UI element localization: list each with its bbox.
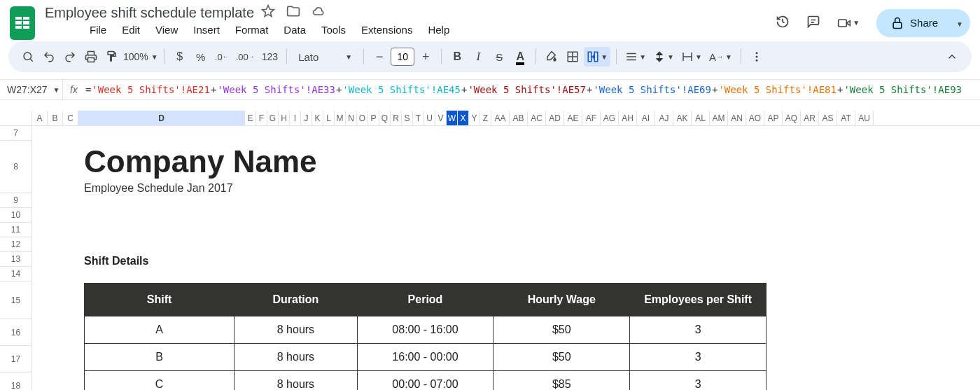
column-header-F[interactable]: F [256, 111, 267, 125]
strikethrough-button[interactable]: S [489, 47, 509, 67]
row-header-9[interactable]: 9 [0, 193, 32, 208]
column-header-AR[interactable]: AR [801, 111, 819, 125]
text-rotation-button[interactable]: A→▼ [706, 47, 735, 67]
row-header-10[interactable]: 10 [0, 208, 32, 223]
vertical-align-button[interactable]: ▼ [650, 47, 677, 67]
sheet-canvas[interactable]: Company Name Employee Schedule Jan 2017 … [32, 126, 980, 390]
column-header-A[interactable]: A [32, 111, 48, 125]
column-header-AQ[interactable]: AQ [783, 111, 801, 125]
row-header-8[interactable]: 8 [0, 141, 32, 193]
table-cell[interactable]: 8 hours [234, 344, 357, 371]
more-toolbar-button[interactable] [747, 47, 766, 67]
column-header-Z[interactable]: Z [480, 111, 491, 125]
column-header-AS[interactable]: AS [819, 111, 837, 125]
column-header-R[interactable]: R [391, 111, 402, 125]
table-cell[interactable]: 8 hours [234, 316, 357, 344]
table-cell[interactable]: 3 [630, 316, 766, 344]
column-header-X[interactable]: X [458, 111, 469, 125]
italic-button[interactable]: I [468, 47, 488, 67]
menu-edit[interactable]: Edit [122, 24, 140, 36]
star-icon[interactable] [261, 4, 275, 21]
row-header-17[interactable]: 17 [0, 346, 32, 372]
increase-font-button[interactable]: + [416, 47, 435, 67]
menu-file[interactable]: File [90, 24, 106, 36]
column-header-AP[interactable]: AP [764, 111, 783, 125]
table-cell[interactable]: 16:00 - 00:00 [357, 344, 493, 371]
menu-insert[interactable]: Insert [193, 24, 220, 36]
column-header-AB[interactable]: AB [510, 111, 528, 125]
select-all-corner[interactable] [0, 111, 32, 126]
collapse-toolbar-button[interactable] [942, 47, 962, 67]
paint-format-button[interactable] [102, 47, 122, 67]
table-cell[interactable]: A [85, 316, 234, 344]
decrease-font-button[interactable]: − [370, 47, 389, 67]
column-header-Y[interactable]: Y [469, 111, 480, 125]
move-icon[interactable] [286, 4, 300, 21]
column-header-AF[interactable]: AF [582, 111, 601, 125]
column-header-AG[interactable]: AG [601, 111, 619, 125]
format-currency-button[interactable]: $ [170, 47, 190, 67]
column-header-AK[interactable]: AK [673, 111, 692, 125]
column-header-AU[interactable]: AU [855, 111, 874, 125]
formula-bar[interactable]: ='Week 5 Shifts'!AE21+'Week 5 Shifts'!AE… [85, 84, 962, 95]
column-header-AD[interactable]: AD [546, 111, 564, 125]
column-header-D[interactable]: D [78, 111, 245, 125]
column-header-M[interactable]: M [335, 111, 346, 125]
table-cell[interactable]: B [85, 344, 234, 371]
column-header-J[interactable]: J [301, 111, 312, 125]
table-cell[interactable]: 3 [630, 371, 766, 391]
column-header-K[interactable]: K [312, 111, 323, 125]
document-title[interactable]: Employee shift schedule template [45, 5, 254, 21]
decrease-decimal-button[interactable]: .0← [212, 47, 232, 67]
text-color-button[interactable]: A [510, 47, 530, 67]
history-icon[interactable] [776, 15, 790, 32]
menu-tools[interactable]: Tools [321, 24, 346, 36]
menu-data[interactable]: Data [284, 24, 306, 36]
text-wrap-button[interactable]: ▼ [678, 47, 705, 67]
cloud-status-icon[interactable] [312, 4, 326, 21]
fill-color-button[interactable] [542, 47, 561, 67]
column-header-AC[interactable]: AC [528, 111, 546, 125]
row-header-7[interactable]: 7 [0, 126, 32, 141]
table-cell[interactable]: $85 [493, 371, 630, 391]
print-button[interactable] [81, 47, 101, 67]
column-header-AI[interactable]: AI [637, 111, 655, 125]
row-header-13[interactable]: 13 [0, 252, 32, 267]
column-header-AJ[interactable]: AJ [655, 111, 673, 125]
column-header-C[interactable]: C [63, 111, 78, 125]
table-cell[interactable]: 3 [630, 344, 766, 371]
meet-icon[interactable]: ▼ [837, 16, 860, 30]
column-header-W[interactable]: W [447, 111, 458, 125]
name-box[interactable]: W27:X27 ▼ [0, 80, 63, 99]
column-header-V[interactable]: V [435, 111, 447, 125]
column-header-T[interactable]: T [413, 111, 424, 125]
comments-icon[interactable] [806, 15, 820, 32]
table-cell[interactable]: 00:00 - 07:00 [357, 371, 493, 391]
share-button[interactable]: Share [876, 9, 952, 37]
bold-button[interactable]: B [447, 47, 467, 67]
table-cell[interactable]: 8 hours [234, 371, 357, 391]
column-header-G[interactable]: G [267, 111, 279, 125]
font-family-select[interactable]: Lato▼ [293, 51, 358, 63]
column-header-N[interactable]: N [346, 111, 357, 125]
row-header-15[interactable]: 15 [0, 281, 32, 319]
column-header-AT[interactable]: AT [837, 111, 855, 125]
menu-format[interactable]: Format [235, 24, 269, 36]
column-header-AL[interactable]: AL [692, 111, 710, 125]
zoom-select[interactable]: 100%▼ [123, 51, 158, 62]
table-cell[interactable]: $50 [493, 344, 630, 371]
column-header-B[interactable]: B [48, 111, 63, 125]
menu-view[interactable]: View [155, 24, 178, 36]
column-header-H[interactable]: H [279, 111, 290, 125]
column-header-Q[interactable]: Q [379, 111, 391, 125]
column-header-AN[interactable]: AN [728, 111, 746, 125]
undo-button[interactable] [39, 47, 59, 67]
menu-extensions[interactable]: Extensions [361, 24, 412, 36]
table-cell[interactable]: 08:00 - 16:00 [357, 316, 493, 344]
format-percent-button[interactable]: % [191, 47, 211, 67]
search-menus-icon[interactable] [18, 47, 38, 67]
column-header-P[interactable]: P [368, 111, 379, 125]
column-header-U[interactable]: U [424, 111, 435, 125]
column-header-AE[interactable]: AE [564, 111, 582, 125]
row-header-14[interactable]: 14 [0, 267, 32, 281]
